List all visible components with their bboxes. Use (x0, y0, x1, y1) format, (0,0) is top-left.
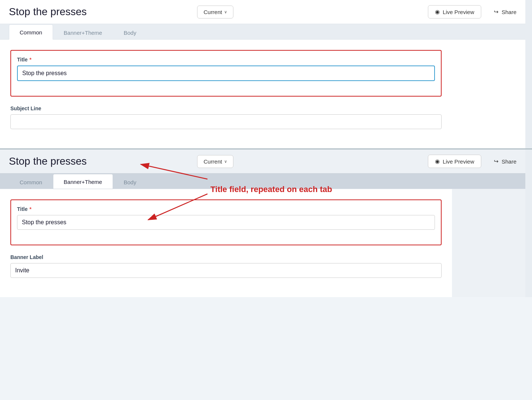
top-eye-icon: ◉ (435, 9, 440, 15)
bottom-tab-banner-theme[interactable]: Banner+Theme (53, 174, 113, 189)
bottom-header: Stop the presses Current ∨ ◉ Live Previe… (0, 149, 532, 174)
bottom-panel: Stop the presses Current ∨ ◉ Live Previe… (0, 149, 532, 297)
bottom-banner-label-label: Banner Label (10, 254, 442, 260)
top-title-red-box: Title * (10, 50, 442, 97)
top-title-field-group: Title * (17, 57, 435, 81)
top-title-required: * (30, 57, 31, 63)
bottom-banner-label-input[interactable] (10, 263, 442, 278)
two-panels: Stop the presses Current ∨ ◉ Live Previe… (0, 0, 532, 297)
bottom-tab-common[interactable]: Common (9, 174, 53, 189)
top-scroll-strip (525, 0, 532, 148)
bottom-share-label: Share (502, 158, 516, 165)
bottom-version-label: Current (203, 158, 222, 165)
top-version-chevron: ∨ (224, 10, 227, 14)
bottom-share-icon: ↪ (494, 158, 499, 165)
top-header: Stop the presses Current ∨ ◉ Live Previe… (0, 0, 532, 24)
top-tab-banner-theme[interactable]: Banner+Theme (53, 25, 113, 40)
bottom-scroll-strip (525, 149, 532, 297)
bottom-title-red-box: Title * (10, 199, 442, 245)
bottom-version-chevron: ∨ (224, 159, 227, 164)
bottom-version-dropdown[interactable]: Current ∨ (197, 155, 233, 168)
bottom-tabs-bar: Common Banner+Theme Body (0, 174, 532, 189)
bottom-live-preview-button[interactable]: ◉ Live Preview (428, 155, 481, 168)
bottom-tab-body[interactable]: Body (113, 174, 147, 189)
bottom-share-button[interactable]: ↪ Share (487, 155, 523, 168)
top-tab-body[interactable]: Body (113, 25, 147, 40)
top-version-label: Current (203, 9, 222, 15)
top-title-label: Title * (17, 57, 435, 63)
top-subject-line-input[interactable] (10, 114, 442, 129)
top-content-area: Title * Subject Line (0, 40, 452, 148)
top-tabs-bar: Common Banner+Theme Body (0, 24, 532, 40)
top-tab-common[interactable]: Common (9, 24, 53, 40)
bottom-title-label: Title * (17, 206, 435, 212)
top-live-preview-button[interactable]: ◉ Live Preview (428, 5, 481, 19)
bottom-live-preview-label: Live Preview (443, 158, 474, 165)
top-share-label: Share (502, 9, 516, 15)
top-live-preview-label: Live Preview (443, 9, 474, 15)
top-panel: Stop the presses Current ∨ ◉ Live Previe… (0, 0, 532, 149)
top-version-dropdown[interactable]: Current ∨ (197, 6, 233, 19)
bottom-title-required: * (30, 206, 31, 212)
top-share-button[interactable]: ↪ Share (487, 6, 523, 18)
top-share-icon: ↪ (494, 9, 499, 15)
bottom-title-input[interactable] (17, 215, 435, 230)
bottom-banner-label-field-group: Banner Label (10, 254, 442, 278)
top-subject-line-field-group: Subject Line (10, 105, 442, 129)
bottom-page-title: Stop the presses (9, 155, 191, 167)
top-page-title: Stop the presses (9, 6, 191, 18)
bottom-eye-icon: ◉ (435, 158, 440, 165)
top-title-input[interactable] (17, 65, 435, 81)
top-subject-line-label: Subject Line (10, 105, 442, 111)
bottom-title-field-group: Title * (17, 206, 435, 230)
bottom-content-area: Title * Banner Label (0, 189, 452, 297)
